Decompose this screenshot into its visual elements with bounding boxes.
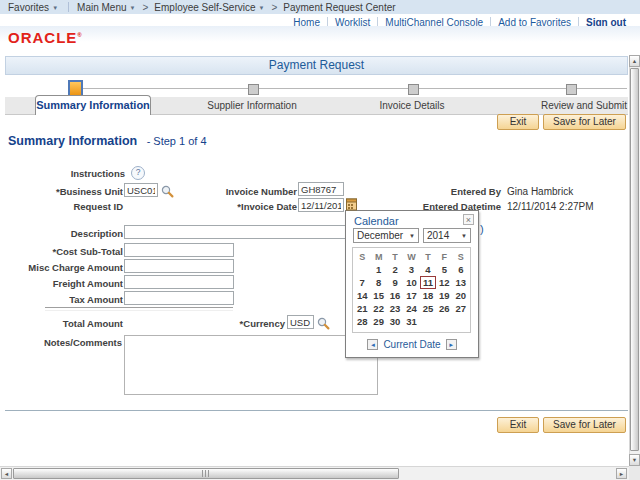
breadcrumb-employee-self-service[interactable]: Employee Self-Service▼ <box>154 2 264 13</box>
calendar-day[interactable]: 21 <box>354 302 370 315</box>
calendar-day[interactable]: 23 <box>387 302 403 315</box>
cost-subtotal-label: *Cost Sub-Total <box>5 246 123 257</box>
calendar-day[interactable]: 12 <box>436 276 452 289</box>
calendar-day[interactable]: 13 <box>453 276 469 289</box>
year-select[interactable]: 2014 ▼ <box>423 228 471 243</box>
calendar-day[interactable]: 5 <box>436 263 452 276</box>
calendar-day-header: W <box>403 251 419 263</box>
currency-input[interactable] <box>287 315 314 329</box>
freight-amount-input[interactable] <box>124 275 234 289</box>
notes-comments-label: Notes/Comments <box>5 337 122 348</box>
exit-button[interactable]: Exit <box>497 114 539 130</box>
calendar-day[interactable]: 19 <box>436 289 452 302</box>
scroll-down-icon[interactable]: ▼ <box>629 454 640 466</box>
tab-summary-information[interactable]: Summary Information <box>35 95 151 115</box>
calendar-day[interactable]: 25 <box>420 302 436 315</box>
currency-lookup-icon[interactable] <box>317 316 330 329</box>
calendar-day[interactable]: 24 <box>403 302 419 315</box>
calendar-day[interactable]: 1 <box>370 263 386 276</box>
calendar-day[interactable]: 16 <box>387 289 403 302</box>
calendar-day[interactable]: 6 <box>453 263 469 276</box>
calendar-day[interactable]: 10 <box>403 276 419 289</box>
calendar-day[interactable]: 20 <box>453 289 469 302</box>
breadcrumb: Favorites▼ Main Menu▼ > Employee Self-Se… <box>0 0 640 14</box>
misc-charge-label: Misc Charge Amount <box>5 262 123 273</box>
invoice-number-input[interactable] <box>298 182 344 196</box>
request-id-label: Request ID <box>5 201 123 212</box>
tab-supplier-information[interactable]: Supplier Information <box>182 97 322 114</box>
horizontal-scrollbar-thumb[interactable] <box>13 468 399 479</box>
page-title: Payment Request <box>5 56 628 75</box>
scroll-left-icon[interactable]: ◄ <box>1 468 12 479</box>
calendar-day-selected[interactable]: 11 <box>420 276 436 289</box>
instructions-label: Instructions <box>5 168 125 179</box>
section-heading: Summary Information - Step 1 of 4 <box>8 131 207 149</box>
currency-label: *Currency <box>200 318 285 329</box>
help-icon[interactable]: ? <box>131 166 145 180</box>
entered-by-value: Gina Hambrick <box>507 186 573 197</box>
section-step: - Step 1 of 4 <box>147 135 207 147</box>
misc-charge-input[interactable] <box>124 259 234 273</box>
calendar-day[interactable]: 29 <box>370 315 386 328</box>
business-unit-input[interactable] <box>124 183 158 197</box>
obscured-text: ) <box>480 223 484 235</box>
calendar-day[interactable]: 28 <box>354 315 370 328</box>
tax-amount-label: Tax Amount <box>5 294 123 305</box>
invoice-date-input[interactable] <box>298 198 344 212</box>
calendar-day[interactable]: 26 <box>436 302 452 315</box>
previous-month-icon[interactable]: ◄ <box>367 339 378 350</box>
save-for-later-button[interactable]: Save for Later <box>543 114 626 130</box>
business-unit-lookup-icon[interactable] <box>161 184 174 197</box>
year-select-value: 2014 <box>427 230 449 241</box>
current-date-link[interactable]: Current Date <box>383 339 440 350</box>
logo-band <box>0 26 640 42</box>
calendar-day-header: T <box>420 251 436 263</box>
calendar-day[interactable]: 8 <box>370 276 386 289</box>
calendar-day[interactable]: 14 <box>354 289 370 302</box>
exit-button-bottom[interactable]: Exit <box>497 417 539 433</box>
notes-comments-textarea[interactable] <box>124 335 378 395</box>
calendar-day[interactable]: 15 <box>370 289 386 302</box>
calendar-day[interactable]: 22 <box>370 302 386 315</box>
cost-subtotal-input[interactable] <box>124 243 234 257</box>
section-title: Summary Information <box>8 134 137 148</box>
scroll-right-icon[interactable]: ► <box>616 468 627 479</box>
calendar-popup-title: Calendar <box>354 215 399 227</box>
tab-review-and-submit[interactable]: Review and Submit <box>514 97 640 114</box>
calendar-day[interactable]: 30 <box>387 315 403 328</box>
calendar-day-header: S <box>354 251 370 263</box>
step-square-supplier[interactable] <box>248 84 259 95</box>
main-menu[interactable]: Main Menu▼ <box>77 2 135 13</box>
calendar-day[interactable]: 9 <box>387 276 403 289</box>
chevron-down-icon: ▼ <box>409 233 415 239</box>
registered-mark: ® <box>77 32 82 38</box>
month-select[interactable]: December ▼ <box>353 228 419 243</box>
calendar-day[interactable]: 4 <box>420 263 436 276</box>
breadcrumb-separator: > <box>143 2 149 13</box>
chevron-down-icon: ▼ <box>259 5 265 11</box>
business-unit-label: *Business Unit <box>5 186 123 197</box>
calendar-day[interactable]: 27 <box>453 302 469 315</box>
calendar-grid-box: SMTWTFS123456789101112131415161718192021… <box>352 247 471 333</box>
calendar-day[interactable]: 2 <box>387 263 403 276</box>
tax-amount-input[interactable] <box>124 291 234 305</box>
calendar-day[interactable]: 17 <box>403 289 419 302</box>
chevron-down-icon: ▼ <box>461 233 467 239</box>
favorites-menu[interactable]: Favorites▼ <box>8 2 58 13</box>
calendar-day[interactable]: 31 <box>403 315 419 328</box>
step-square-review[interactable] <box>566 84 577 95</box>
scroll-up-icon[interactable]: ▲ <box>629 55 640 67</box>
calendar-day[interactable]: 3 <box>403 263 419 276</box>
calendar-day[interactable]: 18 <box>420 289 436 302</box>
tab-invoice-details[interactable]: Invoice Details <box>342 97 482 114</box>
save-for-later-button-bottom[interactable]: Save for Later <box>543 417 626 433</box>
step-square-invoice[interactable] <box>408 84 419 95</box>
calendar-day[interactable]: 7 <box>354 276 370 289</box>
calendar-icon[interactable] <box>346 197 357 211</box>
next-month-icon[interactable]: ► <box>446 339 457 350</box>
chevron-down-icon: ▼ <box>130 5 136 11</box>
vertical-scrollbar-thumb[interactable] <box>630 68 639 451</box>
calendar-day-header: M <box>370 251 386 263</box>
close-icon[interactable]: × <box>463 214 474 225</box>
calendar-day-header: T <box>387 251 403 263</box>
